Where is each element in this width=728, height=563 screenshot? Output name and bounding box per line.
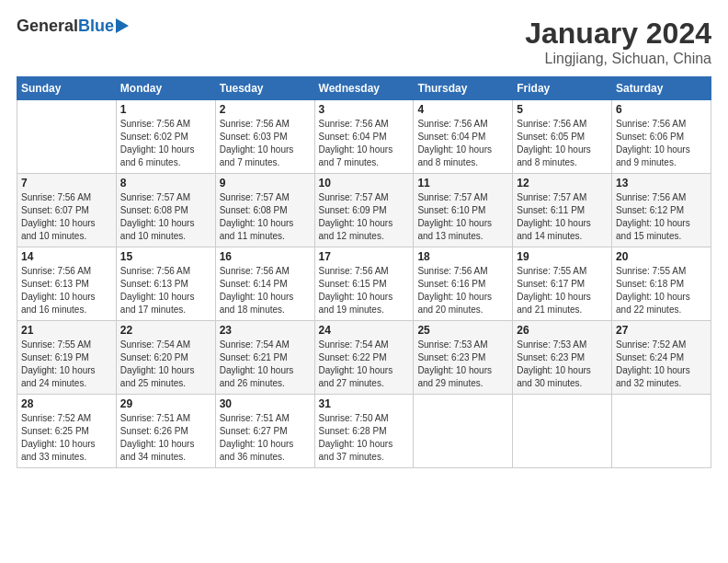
- day-info: Sunrise: 7:51 AM Sunset: 6:27 PM Dayligh…: [220, 412, 311, 464]
- calendar-week-row: 28Sunrise: 7:52 AM Sunset: 6:25 PM Dayli…: [17, 395, 711, 468]
- day-info: Sunrise: 7:57 AM Sunset: 6:11 PM Dayligh…: [517, 191, 608, 243]
- day-info: Sunrise: 7:56 AM Sunset: 6:03 PM Dayligh…: [220, 118, 311, 169]
- day-number: 31: [319, 397, 410, 410]
- calendar-cell: 11Sunrise: 7:57 AM Sunset: 6:10 PM Dayli…: [414, 174, 513, 247]
- subtitle: Lingjiang, Sichuan, China: [525, 51, 711, 67]
- calendar-cell: 13Sunrise: 7:56 AM Sunset: 6:12 PM Dayli…: [612, 174, 711, 247]
- day-info: Sunrise: 7:52 AM Sunset: 6:25 PM Dayligh…: [21, 412, 112, 464]
- calendar-cell: 30Sunrise: 7:51 AM Sunset: 6:27 PM Dayli…: [215, 395, 314, 468]
- column-header-wednesday: Wednesday: [314, 77, 414, 100]
- day-number: 22: [120, 324, 211, 337]
- day-number: 21: [21, 324, 112, 337]
- day-number: 8: [120, 177, 211, 190]
- day-number: 5: [517, 103, 608, 116]
- column-header-friday: Friday: [513, 77, 612, 100]
- day-info: Sunrise: 7:57 AM Sunset: 6:08 PM Dayligh…: [120, 191, 211, 243]
- day-number: 17: [319, 250, 410, 263]
- calendar-cell: 28Sunrise: 7:52 AM Sunset: 6:25 PM Dayli…: [17, 395, 117, 468]
- day-info: Sunrise: 7:57 AM Sunset: 6:08 PM Dayligh…: [220, 191, 311, 243]
- calendar-cell: 1Sunrise: 7:56 AM Sunset: 6:02 PM Daylig…: [116, 100, 215, 174]
- calendar-cell: 4Sunrise: 7:56 AM Sunset: 6:04 PM Daylig…: [414, 100, 513, 174]
- logo: General Blue: [17, 17, 129, 36]
- day-info: Sunrise: 7:56 AM Sunset: 6:14 PM Dayligh…: [220, 265, 311, 316]
- day-info: Sunrise: 7:56 AM Sunset: 6:13 PM Dayligh…: [21, 265, 112, 316]
- calendar-cell: 31Sunrise: 7:50 AM Sunset: 6:28 PM Dayli…: [314, 395, 414, 468]
- day-info: Sunrise: 7:55 AM Sunset: 6:18 PM Dayligh…: [616, 265, 707, 316]
- calendar-cell: 19Sunrise: 7:55 AM Sunset: 6:17 PM Dayli…: [513, 247, 612, 321]
- calendar-header-row: SundayMondayTuesdayWednesdayThursdayFrid…: [17, 77, 711, 100]
- calendar-cell: 16Sunrise: 7:56 AM Sunset: 6:14 PM Dayli…: [215, 247, 314, 321]
- day-number: 9: [220, 177, 311, 190]
- logo-general-text: General: [17, 17, 78, 36]
- day-info: Sunrise: 7:55 AM Sunset: 6:19 PM Dayligh…: [21, 339, 112, 390]
- calendar-week-row: 7Sunrise: 7:56 AM Sunset: 6:07 PM Daylig…: [17, 174, 711, 247]
- calendar-cell: [513, 395, 612, 468]
- day-number: 25: [417, 324, 508, 337]
- day-number: 30: [220, 397, 311, 410]
- day-info: Sunrise: 7:56 AM Sunset: 6:05 PM Dayligh…: [517, 118, 608, 169]
- calendar-cell: 9Sunrise: 7:57 AM Sunset: 6:08 PM Daylig…: [215, 174, 314, 247]
- calendar-cell: 29Sunrise: 7:51 AM Sunset: 6:26 PM Dayli…: [116, 395, 215, 468]
- calendar-cell: 3Sunrise: 7:56 AM Sunset: 6:04 PM Daylig…: [314, 100, 414, 174]
- day-number: 24: [319, 324, 410, 337]
- day-info: Sunrise: 7:57 AM Sunset: 6:10 PM Dayligh…: [417, 191, 508, 243]
- day-info: Sunrise: 7:53 AM Sunset: 6:23 PM Dayligh…: [517, 339, 608, 390]
- column-header-sunday: Sunday: [17, 77, 117, 100]
- day-number: 18: [417, 250, 508, 263]
- day-number: 23: [220, 324, 311, 337]
- calendar-week-row: 14Sunrise: 7:56 AM Sunset: 6:13 PM Dayli…: [17, 247, 711, 321]
- day-number: 12: [517, 177, 608, 190]
- calendar-cell: 15Sunrise: 7:56 AM Sunset: 6:13 PM Dayli…: [116, 247, 215, 321]
- day-number: 2: [220, 103, 311, 116]
- day-info: Sunrise: 7:51 AM Sunset: 6:26 PM Dayligh…: [120, 412, 211, 464]
- calendar-week-row: 1Sunrise: 7:56 AM Sunset: 6:02 PM Daylig…: [17, 100, 711, 174]
- day-number: 4: [417, 103, 508, 116]
- day-number: 13: [616, 177, 707, 190]
- header: General Blue January 2024 Lingjiang, Sic…: [17, 17, 711, 67]
- day-number: 19: [517, 250, 608, 263]
- title-block: January 2024 Lingjiang, Sichuan, China: [525, 17, 711, 67]
- day-number: 7: [21, 177, 112, 190]
- column-header-thursday: Thursday: [414, 77, 513, 100]
- calendar-cell: [414, 395, 513, 468]
- column-header-tuesday: Tuesday: [215, 77, 314, 100]
- day-info: Sunrise: 7:56 AM Sunset: 6:06 PM Dayligh…: [616, 118, 707, 169]
- day-info: Sunrise: 7:56 AM Sunset: 6:04 PM Dayligh…: [319, 118, 410, 169]
- day-info: Sunrise: 7:57 AM Sunset: 6:09 PM Dayligh…: [319, 191, 410, 243]
- calendar-cell: 5Sunrise: 7:56 AM Sunset: 6:05 PM Daylig…: [513, 100, 612, 174]
- day-info: Sunrise: 7:56 AM Sunset: 6:07 PM Dayligh…: [21, 191, 112, 243]
- day-info: Sunrise: 7:50 AM Sunset: 6:28 PM Dayligh…: [319, 412, 410, 464]
- day-number: 6: [616, 103, 707, 116]
- day-number: 28: [21, 397, 112, 410]
- day-number: 10: [319, 177, 410, 190]
- calendar-week-row: 21Sunrise: 7:55 AM Sunset: 6:19 PM Dayli…: [17, 321, 711, 395]
- day-number: 16: [220, 250, 311, 263]
- calendar-cell: 6Sunrise: 7:56 AM Sunset: 6:06 PM Daylig…: [612, 100, 711, 174]
- day-number: 14: [21, 250, 112, 263]
- calendar-cell: [612, 395, 711, 468]
- day-number: 3: [319, 103, 410, 116]
- day-number: 20: [616, 250, 707, 263]
- day-info: Sunrise: 7:56 AM Sunset: 6:13 PM Dayligh…: [120, 265, 211, 316]
- day-info: Sunrise: 7:54 AM Sunset: 6:21 PM Dayligh…: [220, 339, 311, 390]
- day-number: 26: [517, 324, 608, 337]
- calendar-cell: 21Sunrise: 7:55 AM Sunset: 6:19 PM Dayli…: [17, 321, 117, 395]
- calendar-cell: 27Sunrise: 7:52 AM Sunset: 6:24 PM Dayli…: [612, 321, 711, 395]
- calendar-cell: [17, 100, 117, 174]
- day-number: 29: [120, 397, 211, 410]
- day-number: 1: [120, 103, 211, 116]
- calendar-cell: 2Sunrise: 7:56 AM Sunset: 6:03 PM Daylig…: [215, 100, 314, 174]
- day-info: Sunrise: 7:56 AM Sunset: 6:16 PM Dayligh…: [417, 265, 508, 316]
- day-info: Sunrise: 7:53 AM Sunset: 6:23 PM Dayligh…: [417, 339, 508, 390]
- calendar-cell: 25Sunrise: 7:53 AM Sunset: 6:23 PM Dayli…: [414, 321, 513, 395]
- calendar-table: SundayMondayTuesdayWednesdayThursdayFrid…: [17, 76, 711, 468]
- day-info: Sunrise: 7:56 AM Sunset: 6:12 PM Dayligh…: [616, 191, 707, 243]
- column-header-monday: Monday: [116, 77, 215, 100]
- day-info: Sunrise: 7:56 AM Sunset: 6:02 PM Dayligh…: [120, 118, 211, 169]
- calendar-cell: 12Sunrise: 7:57 AM Sunset: 6:11 PM Dayli…: [513, 174, 612, 247]
- logo-arrow-icon: [116, 18, 129, 33]
- calendar-cell: 26Sunrise: 7:53 AM Sunset: 6:23 PM Dayli…: [513, 321, 612, 395]
- calendar-cell: 17Sunrise: 7:56 AM Sunset: 6:15 PM Dayli…: [314, 247, 414, 321]
- page: General Blue January 2024 Lingjiang, Sic…: [0, 0, 728, 563]
- day-info: Sunrise: 7:56 AM Sunset: 6:04 PM Dayligh…: [417, 118, 508, 169]
